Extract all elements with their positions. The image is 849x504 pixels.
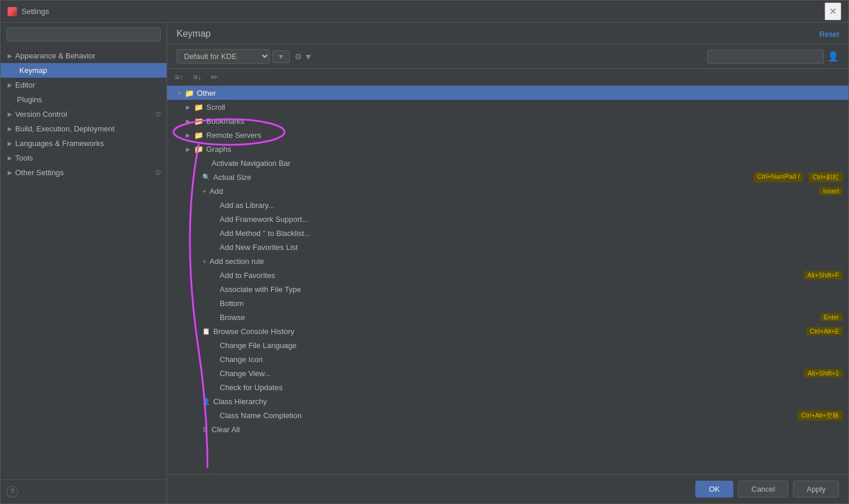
tree-row-browse[interactable]: Browse Enter (167, 310, 848, 324)
tree-row-change-file-language[interactable]: Change File Language (167, 338, 848, 352)
row-label: Remote Servers (206, 131, 848, 140)
tree-row-check-updates[interactable]: Check for Updates (167, 380, 848, 394)
ok-button[interactable]: OK (695, 481, 733, 498)
sidebar-item-tools[interactable]: ▶ Tools (1, 151, 167, 165)
shortcut-badge: Ctrl+Alt+空格 (798, 411, 843, 420)
tree-row-add-framework-support[interactable]: Add Framework Support... (167, 212, 848, 226)
sidebar-item-appearance[interactable]: ▶ Appearance & Behavior (1, 48, 167, 63)
tree-row-class-hierarchy[interactable]: 👤 Class Hierarchy (167, 394, 848, 408)
right-header: Keymap OK Reset (167, 23, 848, 44)
row-label: Add (210, 187, 817, 196)
shortcut-badge: Alt+Shift+1 (804, 369, 843, 377)
sidebar-item-editor[interactable]: ▶ Editor (1, 78, 167, 92)
tree-row-add[interactable]: + Add Insert (167, 184, 848, 198)
tree-row-bottom[interactable]: Bottom (167, 296, 848, 310)
sidebar-search-input[interactable] (6, 27, 161, 41)
sidebar: ▶ Appearance & Behavior Keymap ▶ Editor … (1, 23, 167, 503)
folder-icon: 📁 (194, 131, 203, 140)
keymap-gear-button[interactable]: ⚙ ▼ (292, 51, 315, 62)
shortcuts-wrap: Enter (818, 313, 843, 321)
tree-row-add-to-favorites[interactable]: Add to Favorites Alt+Shift+F (167, 268, 848, 282)
tree-row-associate-file-type[interactable]: Associate with File Type (167, 282, 848, 296)
tree-row-clear-all[interactable]: 🗑 Clear All (167, 422, 848, 436)
shortcuts-wrap: Ctrl+Alt+空格 (795, 411, 843, 420)
expand-arrow-icon: ▶ (186, 146, 194, 152)
keymap-search-input[interactable] (707, 50, 824, 64)
row-label: Graphs (206, 145, 848, 154)
tree-row-change-view[interactable]: Change View... Alt+Shift+1 (167, 366, 848, 380)
row-label: Activate Navigation Bar (212, 159, 848, 168)
tree-row-add-method-blacklist[interactable]: Add Method '' to Blacklist... (167, 226, 848, 240)
sidebar-item-build[interactable]: ▶ Build, Execution, Deployment (1, 121, 167, 136)
shortcut-badge: Ctrl+斜杠 (809, 172, 843, 182)
tree-row-add-as-library[interactable]: Add as Library... (167, 198, 848, 212)
apply-button[interactable]: Apply (793, 481, 839, 498)
shortcuts-wrap: Insert (817, 187, 843, 195)
tree-row-bookmarks[interactable]: ▶ 📁 Bookmarks (167, 114, 848, 128)
expand-all-button[interactable]: ≡↓ (190, 71, 205, 83)
row-label: Add Method '' to Blacklist... (220, 229, 848, 238)
help-button[interactable]: ? (6, 486, 18, 498)
tree-row-add-section-rule[interactable]: + Add section rule (167, 254, 848, 268)
shortcut-badge: Insert (819, 187, 843, 195)
row-label: Bookmarks (206, 117, 848, 126)
tree-row-add-new-favorites[interactable]: Add New Favorites List (167, 240, 848, 254)
row-label: Add Framework Support... (220, 215, 848, 224)
row-label: Add as Library... (220, 201, 848, 210)
folder-icon: 📁 (185, 89, 194, 98)
tree-row-activate-nav-bar[interactable]: Activate Navigation Bar (167, 156, 848, 170)
tree-row-class-name-completion[interactable]: Class Name Completion Ctrl+Alt+空格 (167, 408, 848, 422)
folder-icon: 📁 (194, 103, 203, 112)
shortcut-badge: Alt+Shift+F (804, 271, 843, 279)
tree-row-remote-servers[interactable]: ▶ 📁 Remote Servers (167, 128, 848, 142)
tree-row-other[interactable]: ▼ 📁 Other (167, 86, 848, 100)
expand-arrow-icon: ▶ (186, 104, 194, 110)
sidebar-item-other-settings[interactable]: ▶ Other Settings ⚙ (1, 165, 167, 180)
keymap-select-wrap: Default for KDE Default Mac OS X Eclipse… (176, 49, 315, 64)
row-label: Browse Console History (213, 327, 804, 336)
reset-link[interactable]: Reset (819, 30, 839, 39)
tree-row-graphs[interactable]: ▶ 📁 Graphs (167, 142, 848, 156)
tree-row-actual-size[interactable]: 🔍 Actual Size Ctrl+NumPad / Ctrl+斜杠 (167, 170, 848, 184)
settings-window: Settings ✕ ▶ Appearance & Behavior Keyma… (0, 0, 849, 504)
title-bar: Settings ✕ (1, 1, 848, 23)
shortcuts-wrap: Ctrl+Alt+E (804, 327, 843, 335)
folder-icon: 📁 (194, 145, 203, 154)
gear-icon: ⚙ (155, 168, 162, 177)
tree-row-browse-console-history[interactable]: 📋 Browse Console History Ctrl+Alt+E (167, 324, 848, 338)
row-label: Change Icon (220, 355, 848, 364)
clear-all-icon: 🗑 (202, 426, 209, 433)
sidebar-item-keymap[interactable]: Keymap (1, 63, 167, 78)
bottom-bar: OK Cancel Apply (167, 474, 848, 503)
sidebar-item-label: Tools (15, 154, 33, 162)
browse-console-icon: 📋 (202, 328, 210, 335)
shortcut-badge: Ctrl+NumPad / (754, 172, 803, 182)
sidebar-item-version-control[interactable]: ▶ Version Control ⚙ (1, 107, 167, 121)
edit-shortcut-button[interactable]: ✏ (208, 71, 221, 83)
actions-toolbar: ≡↑ ≡↓ ✏ (167, 69, 848, 86)
arrow-icon: ▶ (8, 169, 12, 176)
row-label: Actual Size (213, 173, 751, 182)
sidebar-item-label: Appearance & Behavior (15, 51, 95, 60)
sidebar-item-languages[interactable]: ▶ Languages & Frameworks (1, 136, 167, 151)
keymap-dropdown[interactable]: Default for KDE Default Mac OS X Eclipse… (176, 49, 270, 64)
gear-icon: ⚙ (155, 110, 162, 119)
arrow-icon: ▶ (8, 82, 12, 88)
sidebar-item-label: Plugins (17, 95, 42, 104)
row-label: Check for Updates (220, 383, 848, 392)
cancel-button[interactable]: Cancel (738, 481, 788, 498)
tree-row-change-icon[interactable]: Change Icon (167, 352, 848, 366)
sidebar-item-label: Keymap (19, 66, 47, 75)
tree-row-scroll[interactable]: ▶ 📁 Scroll (167, 100, 848, 114)
keymap-dropdown-arrow[interactable]: ▼ (272, 50, 290, 63)
row-label: Other (197, 89, 848, 98)
row-label: Scroll (206, 103, 848, 112)
arrow-icon: ▶ (8, 155, 12, 161)
app-icon (8, 7, 17, 16)
sidebar-bottom: ? (1, 479, 167, 503)
sidebar-tree: ▶ Appearance & Behavior Keymap ▶ Editor … (1, 46, 167, 479)
row-label: Change View... (220, 369, 802, 378)
close-button[interactable]: ✕ (824, 2, 841, 20)
sidebar-item-plugins[interactable]: Plugins (1, 92, 167, 107)
collapse-all-button[interactable]: ≡↑ (172, 71, 186, 83)
